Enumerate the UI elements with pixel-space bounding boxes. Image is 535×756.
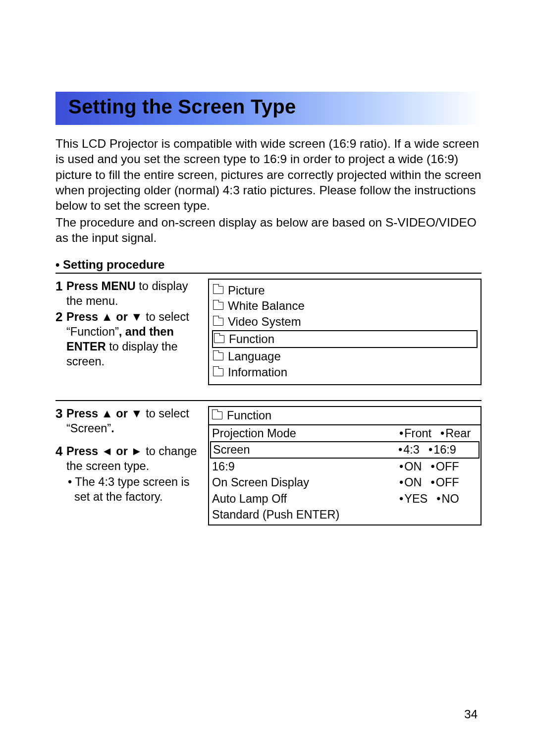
page-number: 34 [464, 707, 478, 721]
row-16-9: 16:9 ONOFF [209, 459, 481, 475]
menu-label: Information [228, 364, 287, 380]
option: 16:9 [428, 442, 456, 458]
steps-column-1: 1 Press MENU to display the menu. 2 Pres… [55, 279, 199, 385]
menu-item-picture: Picture [212, 283, 478, 298]
menu-item-function: Function [212, 330, 478, 348]
menu-label: Language [228, 349, 281, 364]
menu-item-video-system: Video System [212, 314, 478, 330]
row-osd: On Screen Display ONOFF [209, 474, 481, 491]
option: YES [399, 491, 428, 507]
step-4: 4 Press ◄ or ► to change the screen type… [55, 444, 199, 473]
page-title: Setting the Screen Type [68, 96, 469, 118]
intro-paragraph-1: This LCD Projector is compatible with wi… [55, 136, 482, 214]
option: OFF [430, 475, 459, 490]
step-number: 2 [55, 309, 66, 369]
row-standard: Standard (Push ENTER) [209, 507, 481, 524]
procedure-heading: • Setting procedure [55, 258, 482, 272]
menu-item-information: Information [212, 364, 478, 380]
folder-icon [213, 368, 223, 376]
folder-icon [213, 318, 223, 326]
folder-icon [213, 302, 223, 310]
step-bold: Press ▲ or ▼ [66, 310, 143, 323]
divider [55, 273, 482, 274]
folder-icon [212, 411, 222, 419]
folder-icon [214, 335, 224, 343]
option: OFF [430, 459, 459, 474]
intro-paragraph-2: The procedure and on-screen display as b… [55, 215, 482, 246]
menu-label: Video System [228, 314, 301, 330]
row-label: On Screen Display [212, 475, 399, 490]
menu-item-white-balance: White Balance [212, 298, 478, 314]
menu-item-language: Language [212, 349, 478, 364]
menu-label: Picture [228, 283, 265, 298]
step-punct: . [111, 422, 114, 435]
step-bold: Press MENU [66, 280, 136, 292]
row-auto-lamp-off: Auto Lamp Off YESNO [209, 491, 481, 507]
row-label: Projection Mode [212, 426, 399, 441]
menu-label: Function [229, 331, 274, 347]
step-4-note: • The 4:3 type screen is set at the fact… [66, 474, 199, 504]
row-projection-mode: Projection Mode FrontRear [209, 425, 481, 442]
divider [55, 400, 482, 401]
steps-column-2: 3 Press ▲ or ▼ to select “Screen”. 4 Pre… [55, 406, 199, 525]
step-1: 1 Press MENU to display the menu. [55, 279, 199, 308]
menu-label: White Balance [228, 298, 305, 314]
submenu-header: Function [209, 407, 481, 425]
step-3: 3 Press ▲ or ▼ to select “Screen”. [55, 406, 199, 436]
option: NO [436, 491, 459, 507]
step-number: 3 [55, 406, 66, 436]
row-label: Standard (Push ENTER) [212, 507, 478, 523]
title-banner: Setting the Screen Type [55, 92, 482, 125]
row-label: 16:9 [212, 459, 399, 474]
step-bold: Press ◄ or ► [66, 445, 143, 458]
osd-main-menu: Picture White Balance Video System Funct… [208, 279, 482, 385]
row-screen: Screen 4:316:9 [210, 441, 480, 459]
option: 4:3 [398, 442, 420, 458]
step-number: 4 [55, 444, 66, 473]
osd-function-menu: Function Projection Mode FrontRear Scree… [208, 406, 482, 525]
option: ON [399, 459, 422, 474]
step-bold: Press ▲ or ▼ [66, 407, 143, 420]
folder-icon [213, 286, 223, 294]
option: Rear [440, 426, 471, 441]
step-2: 2 Press ▲ or ▼ to select “Function”, and… [55, 309, 199, 369]
option: Front [399, 426, 431, 441]
step-number: 1 [55, 279, 66, 308]
row-label: Auto Lamp Off [212, 491, 399, 507]
row-label: Screen [213, 442, 398, 458]
submenu-title: Function [227, 408, 271, 423]
folder-icon [213, 352, 223, 360]
option: ON [399, 475, 422, 490]
